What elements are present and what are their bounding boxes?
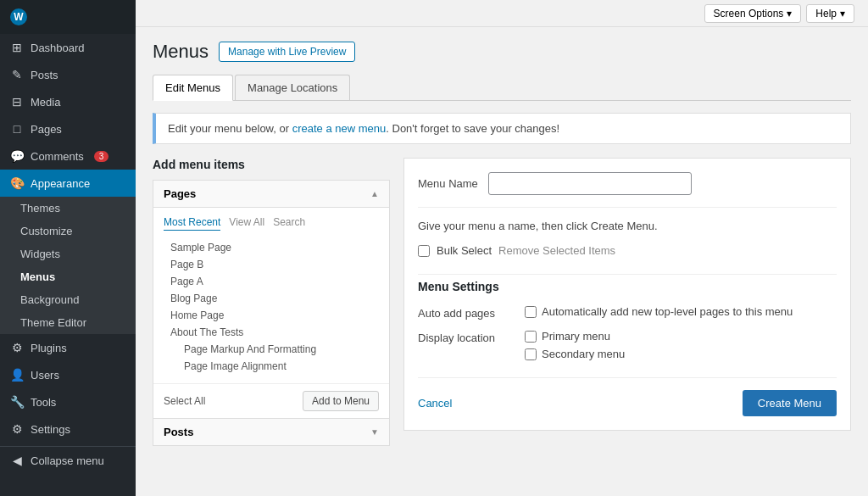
- screen-options-button[interactable]: Screen Options ▾: [704, 4, 802, 23]
- sidebar-item-label: Tools: [31, 396, 56, 409]
- posts-icon: ✎: [10, 68, 24, 81]
- page-title-row: Menus Manage with Live Preview: [153, 41, 851, 63]
- pages-tab-most-recent[interactable]: Most Recent: [164, 216, 220, 231]
- primary-menu-checkbox[interactable]: [525, 331, 537, 343]
- menus-tabs: Edit Menus Manage Locations: [153, 75, 851, 101]
- posts-accordion: Posts ▼: [153, 419, 390, 446]
- sidebar-item-label: Settings: [31, 423, 70, 436]
- tab-manage-locations[interactable]: Manage Locations: [235, 75, 350, 100]
- auto-add-checkbox[interactable]: [525, 306, 537, 318]
- pages-accordion: Pages ▲ Most Recent View All Search Samp…: [153, 180, 390, 419]
- topbar: Screen Options ▾ Help ▾: [136, 0, 868, 27]
- wp-logo-icon: W: [10, 8, 27, 25]
- list-item: Blog Page: [164, 290, 379, 307]
- menu-name-label: Menu Name: [418, 177, 478, 190]
- primary-menu-label[interactable]: Primary menu: [542, 330, 610, 343]
- sidebar-item-posts[interactable]: ✎ Posts: [0, 61, 136, 88]
- list-item: Page Markup And Formatting: [164, 341, 379, 358]
- sidebar-item-customize[interactable]: Customize: [0, 220, 136, 242]
- live-preview-button[interactable]: Manage with Live Preview: [219, 42, 355, 62]
- bulk-select-label[interactable]: Bulk Select: [437, 244, 492, 257]
- sidebar-item-pages[interactable]: □ Pages: [0, 115, 136, 142]
- pages-accordion-label: Pages: [164, 187, 196, 200]
- sidebar-item-comments[interactable]: 💬 Comments 3: [0, 142, 136, 170]
- menu-name-input[interactable]: [488, 172, 692, 195]
- two-col-layout: Add menu items Pages ▲ Most Recent View …: [153, 158, 851, 446]
- sidebar-item-widgets[interactable]: Widgets: [0, 242, 136, 265]
- list-item: Page A: [164, 273, 379, 290]
- tab-edit-menus[interactable]: Edit Menus: [153, 75, 233, 101]
- sidebar-subitem-label: Background: [20, 293, 79, 306]
- help-button[interactable]: Help ▾: [806, 4, 854, 23]
- sidebar-subitem-label: Widgets: [20, 248, 60, 260]
- settings-icon: ⚙: [10, 422, 24, 436]
- dashboard-icon: ⊞: [10, 41, 24, 54]
- pages-tab-search[interactable]: Search: [273, 216, 305, 231]
- sidebar-item-appearance[interactable]: 🎨 Appearance: [0, 170, 136, 197]
- sidebar-item-tools[interactable]: 🔧 Tools: [0, 388, 136, 415]
- pages-accordion-body: Most Recent View All Search Sample Page …: [153, 208, 389, 383]
- left-panel: Add menu items Pages ▲ Most Recent View …: [153, 158, 390, 446]
- sidebar-item-label: Dashboard: [31, 42, 85, 54]
- display-location-options: Primary menu Secondary menu: [525, 330, 625, 360]
- remove-selected-link[interactable]: Remove Selected Items: [498, 244, 615, 257]
- auto-add-options: Automatically add new top-level pages to…: [525, 305, 793, 318]
- collapse-icon: ◀: [10, 454, 24, 467]
- secondary-menu-checkbox[interactable]: [525, 348, 537, 360]
- sidebar-subitem-label: Themes: [20, 202, 60, 215]
- tools-icon: 🔧: [10, 395, 24, 409]
- help-chevron-icon: ▾: [840, 8, 845, 20]
- sidebar-item-themes[interactable]: Themes: [0, 197, 136, 220]
- sidebar-item-label: Users: [31, 369, 59, 382]
- menu-settings-title: Menu Settings: [418, 274, 837, 293]
- collapse-label: Collapse menu: [31, 454, 104, 467]
- pages-accordion-header[interactable]: Pages ▲: [153, 181, 389, 208]
- auto-add-checkbox-row: Automatically add new top-level pages to…: [525, 305, 793, 318]
- sidebar-item-label: Posts: [31, 69, 58, 81]
- sidebar-logo: W: [0, 0, 136, 34]
- bulk-select-row: Bulk Select Remove Selected Items: [418, 244, 837, 257]
- pages-tab-view-all[interactable]: View All: [229, 216, 264, 231]
- select-all-link[interactable]: Select All: [164, 395, 205, 407]
- help-label: Help: [815, 8, 837, 20]
- sidebar-item-background[interactable]: Background: [0, 288, 136, 311]
- sidebar-item-users[interactable]: 👤 Users: [0, 361, 136, 388]
- posts-accordion-label: Posts: [164, 426, 193, 438]
- primary-menu-row: Primary menu: [525, 330, 625, 343]
- bulk-select-checkbox[interactable]: [418, 245, 430, 257]
- auto-add-option-label[interactable]: Automatically add new top-level pages to…: [542, 305, 793, 318]
- pages-list: Sample Page Page B Page A Blog Page Home…: [164, 239, 379, 375]
- sidebar: W ⊞ Dashboard ✎ Posts ⊟ Media □ Pages 💬 …: [0, 0, 136, 496]
- comments-icon: 💬: [10, 149, 24, 163]
- cancel-link[interactable]: Cancel: [418, 397, 452, 410]
- menu-name-row: Menu Name: [418, 172, 837, 208]
- posts-accordion-header[interactable]: Posts ▼: [153, 419, 389, 445]
- sidebar-collapse[interactable]: ◀ Collapse menu: [0, 446, 136, 474]
- secondary-menu-label[interactable]: Secondary menu: [542, 348, 625, 360]
- screen-options-chevron-icon: ▾: [787, 8, 792, 20]
- add-to-menu-button[interactable]: Add to Menu: [303, 391, 379, 411]
- appearance-icon: 🎨: [10, 176, 24, 190]
- sidebar-item-label: Media: [31, 96, 60, 109]
- sidebar-item-label: Appearance: [31, 177, 90, 190]
- sidebar-subitem-label: Menus: [20, 270, 55, 283]
- users-icon: 👤: [10, 368, 24, 382]
- bottom-actions: Cancel Create Menu: [418, 377, 837, 416]
- create-menu-button[interactable]: Create Menu: [743, 390, 837, 416]
- pages-accordion-footer: Select All Add to Menu: [153, 383, 389, 418]
- create-new-menu-link[interactable]: create a new menu: [292, 122, 387, 135]
- sidebar-item-dashboard[interactable]: ⊞ Dashboard: [0, 34, 136, 61]
- pages-icon: □: [10, 122, 24, 136]
- give-menu-text: Give your menu a name, then click Create…: [418, 220, 837, 232]
- topbar-right: Screen Options ▾ Help ▾: [704, 4, 854, 23]
- sidebar-item-menus[interactable]: Menus: [0, 265, 136, 288]
- list-item: Page Image Alignment: [164, 358, 379, 375]
- content-area: Menus Manage with Live Preview Edit Menu…: [136, 27, 868, 496]
- sidebar-item-settings[interactable]: ⚙ Settings: [0, 415, 136, 443]
- list-item: Page B: [164, 256, 379, 273]
- sidebar-item-theme-editor[interactable]: Theme Editor: [0, 311, 136, 334]
- display-location-row: Display location Primary menu Secondary …: [418, 330, 837, 360]
- sidebar-item-plugins[interactable]: ⚙ Plugins: [0, 334, 136, 361]
- sidebar-item-media[interactable]: ⊟ Media: [0, 88, 136, 115]
- list-item: About The Tests: [164, 324, 379, 341]
